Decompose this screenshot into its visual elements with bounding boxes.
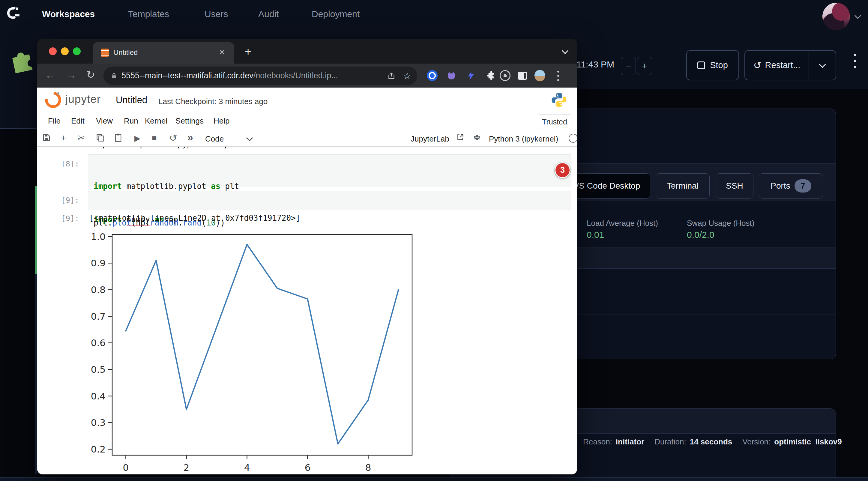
nav-item-templates[interactable]: Templates bbox=[128, 9, 169, 19]
cell-type-chevron-icon[interactable] bbox=[246, 135, 253, 141]
kernel-name[interactable]: Python 3 (ipykernel) bbox=[489, 134, 558, 143]
url-bar[interactable]: 5555--main--test--matifali.atif.cdr.dev/… bbox=[103, 67, 417, 85]
reload-button[interactable]: ↻ bbox=[86, 69, 95, 81]
restart-button-label: Restart... bbox=[765, 60, 801, 70]
menu-settings[interactable]: Settings bbox=[176, 116, 204, 126]
browser-profile-avatar[interactable] bbox=[534, 70, 545, 81]
swap-usage-value: 0.0/2.0 bbox=[687, 230, 714, 240]
menu-run[interactable]: Run bbox=[124, 116, 138, 126]
nav-item-deployment[interactable]: Deployment bbox=[312, 9, 360, 19]
cat-extension-icon[interactable] bbox=[446, 70, 457, 81]
new-tab-button[interactable]: + bbox=[245, 45, 251, 58]
nav-item-users[interactable]: Users bbox=[205, 9, 228, 19]
restart-run-all-icon[interactable]: » bbox=[187, 131, 193, 144]
coder-logo-icon bbox=[4, 4, 22, 22]
open-jupyterlab-link[interactable]: JupyterLab bbox=[411, 134, 449, 143]
jupyter-favicon-icon bbox=[101, 49, 109, 57]
vscode-desktop-label: VS Code Desktop bbox=[574, 181, 640, 191]
forward-button[interactable]: → bbox=[66, 69, 76, 81]
debugger-bug-icon[interactable] bbox=[473, 133, 481, 143]
tab-title: Untitled bbox=[113, 48, 138, 57]
schedule-decrease-button[interactable]: − bbox=[621, 57, 636, 75]
restart-chevron-down-icon bbox=[819, 61, 826, 68]
workspace-template-puzzle-icon bbox=[7, 45, 37, 75]
side-panel-icon[interactable] bbox=[517, 70, 528, 81]
browser-toolbar: ← → ↻ 5555--main--test--matifali.atif.cd… bbox=[37, 64, 577, 88]
cut-cell-icon[interactable]: ✂ bbox=[78, 133, 85, 143]
build-status-green-strip bbox=[35, 186, 37, 274]
menu-edit[interactable]: Edit bbox=[71, 116, 85, 126]
code-cell-9[interactable]: plt.plot(np.random.rand(10)) bbox=[88, 191, 571, 210]
restart-options-button[interactable] bbox=[809, 51, 836, 80]
nav-item-audit[interactable]: Audit bbox=[258, 9, 279, 19]
copy-cell-icon[interactable] bbox=[96, 133, 104, 143]
browser-tab[interactable]: Untitled ✕ bbox=[93, 42, 234, 64]
onepassword-extension-icon[interactable] bbox=[427, 70, 438, 81]
nav-item-workspaces[interactable]: Workspaces bbox=[42, 9, 95, 19]
workspace-kebab-menu[interactable] bbox=[849, 54, 861, 68]
svg-text:0.3: 0.3 bbox=[91, 417, 105, 428]
insert-cell-icon[interactable]: + bbox=[61, 133, 66, 143]
coder-logo[interactable] bbox=[4, 4, 22, 22]
extensions-puzzle-icon[interactable] bbox=[486, 70, 497, 81]
url-host: 5555--main--test--matifali.atif.cdr.dev bbox=[121, 71, 253, 80]
ports-button[interactable]: Ports 7 bbox=[759, 173, 823, 198]
bookmark-star-icon[interactable]: ☆ bbox=[403, 71, 411, 81]
interrupt-kernel-icon[interactable]: ■ bbox=[152, 133, 157, 143]
code-cell-8[interactable]: import matplotlib.pyplot as plt import n… bbox=[88, 154, 571, 187]
svg-text:8: 8 bbox=[365, 462, 371, 473]
window-maximize-button[interactable] bbox=[73, 47, 81, 55]
figure-svg: 0.20.30.40.50.60.70.80.91.002468 bbox=[88, 227, 418, 474]
schedule-increase-button[interactable]: + bbox=[637, 57, 652, 75]
ssh-button[interactable]: SSH bbox=[716, 173, 753, 198]
jupyter-header: jupyter Untitled Last Checkpoint: 3 minu… bbox=[37, 88, 577, 114]
stop-workspace-button[interactable]: Stop bbox=[686, 50, 739, 81]
svg-text:0.6: 0.6 bbox=[91, 338, 105, 348]
lock-icon bbox=[111, 72, 117, 79]
clipped-cell-line: import matplotlib.pyplot as plt bbox=[93, 147, 321, 150]
restart-icon: ↺ bbox=[753, 60, 762, 71]
terminal-button[interactable]: Terminal bbox=[656, 173, 710, 198]
menu-help[interactable]: Help bbox=[214, 116, 229, 126]
load-average-value: 0.01 bbox=[587, 230, 604, 240]
notification-count-badge[interactable]: 3 bbox=[555, 162, 570, 178]
user-avatar[interactable] bbox=[823, 3, 850, 30]
cell9-prompt: [9]: bbox=[49, 196, 79, 204]
cell-type-dropdown[interactable]: Code bbox=[205, 134, 224, 143]
output9-text: [<matplotlib.lines.Line2D at 0x7fd03f191… bbox=[89, 214, 300, 223]
svg-text:1.0: 1.0 bbox=[91, 231, 105, 242]
trusted-button[interactable]: Trusted bbox=[538, 115, 571, 129]
external-link-icon[interactable] bbox=[457, 133, 464, 142]
browser-menu-kebab[interactable] bbox=[554, 71, 563, 81]
menu-kernel[interactable]: Kernel bbox=[145, 116, 167, 126]
ports-count-badge: 7 bbox=[795, 179, 811, 193]
workspace-header-card-edge bbox=[0, 89, 37, 129]
run-cell-icon[interactable]: ▶ bbox=[134, 134, 141, 143]
lightning-extension-icon[interactable] bbox=[465, 70, 476, 81]
url-path: /notebooks/Untitled.ip... bbox=[253, 71, 338, 80]
restart-kernel-icon[interactable]: ↺ bbox=[169, 132, 177, 143]
chrome-browser-window: Untitled ✕ + ← → ↻ 5555--main--test--mat… bbox=[37, 39, 577, 474]
back-button[interactable]: ← bbox=[45, 69, 55, 81]
svg-text:0.4: 0.4 bbox=[91, 391, 105, 402]
notebook-title[interactable]: Untitled bbox=[116, 95, 147, 105]
svg-text:0.5: 0.5 bbox=[91, 364, 105, 375]
kebab-dot bbox=[854, 66, 856, 68]
tab-search-chevron-icon[interactable] bbox=[562, 47, 569, 54]
divider bbox=[37, 131, 577, 131]
share-icon[interactable] bbox=[388, 72, 395, 80]
restart-button-main[interactable]: ↺ Restart... bbox=[745, 60, 809, 71]
save-icon[interactable] bbox=[42, 133, 51, 143]
tab-close-icon[interactable]: ✕ bbox=[219, 48, 225, 57]
build-status-strip-tail bbox=[35, 274, 37, 474]
menu-file[interactable]: File bbox=[48, 116, 61, 126]
svg-text:0.7: 0.7 bbox=[91, 311, 105, 322]
window-close-button[interactable] bbox=[49, 47, 57, 55]
window-minimize-button[interactable] bbox=[61, 47, 69, 55]
build-meta-row: Reason: initiator Duration: 14 seconds V… bbox=[583, 437, 842, 447]
restart-workspace-split-button[interactable]: ↺ Restart... bbox=[744, 50, 836, 81]
stop-button-label: Stop bbox=[710, 60, 728, 70]
paste-cell-icon[interactable] bbox=[114, 133, 122, 143]
menu-view[interactable]: View bbox=[96, 116, 113, 126]
ghostery-extension-icon[interactable] bbox=[500, 70, 510, 81]
